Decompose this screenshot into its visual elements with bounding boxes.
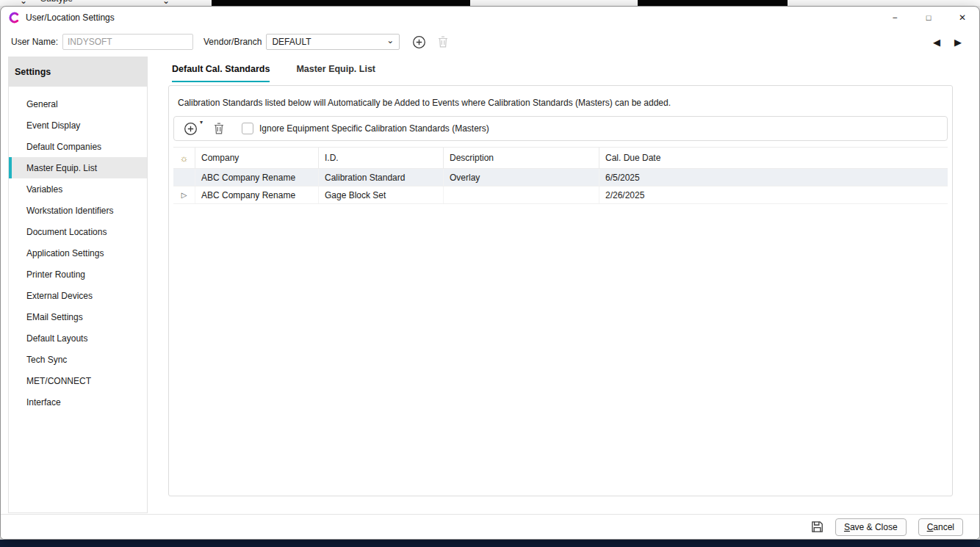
close-button[interactable]: ✕	[945, 7, 979, 29]
sidebar-item-label: Default Companies	[26, 142, 101, 152]
nav-next-button[interactable]: ▶	[954, 37, 962, 48]
background-window-strip: ⌄ Subtype ⌄	[0, 0, 980, 6]
cell-description	[444, 186, 599, 203]
sidebar-item-master-equip-list[interactable]: Master Equip. List	[9, 157, 147, 178]
floppy-disk-icon	[811, 521, 824, 533]
screen: ⌄ Subtype ⌄ User/Location Settings −	[0, 0, 980, 547]
sidebar-items: General Event Display Default Companies …	[9, 93, 147, 413]
chevron-down-icon: ⌄	[162, 0, 170, 6]
cancel-button[interactable]: Cancel	[918, 518, 963, 536]
sidebar-item-label: Workstation Identifiers	[26, 206, 114, 216]
topbar: User Name: Vendor/Branch DEFAULT ⌄ ◀	[1, 29, 979, 55]
footer: Save & Close Cancel	[1, 514, 979, 539]
sidebar-item-application-settings[interactable]: Application Settings	[9, 242, 147, 264]
sidebar-item-label: General	[26, 99, 58, 109]
save-and-close-button[interactable]: Save & Close	[835, 518, 907, 536]
sidebar-item-label: Application Settings	[26, 248, 104, 258]
plus-circle-icon	[412, 35, 426, 49]
trash-icon	[438, 36, 448, 48]
record-navigation: ◀ ▶	[933, 37, 968, 48]
sidebar-item-label: MET/CONNECT	[26, 376, 91, 386]
user-name-label: User Name:	[11, 37, 58, 47]
vendor-branch-value: DEFAULT	[272, 37, 311, 47]
cell-company: ABC Company Rename	[195, 186, 319, 203]
save-and-close-label: Save & Close	[844, 522, 898, 532]
dropdown-caret-icon: ▾	[200, 119, 203, 126]
table-body: ABC Company Rename Calibration Standard …	[173, 169, 948, 204]
chevron-down-icon: ⌄	[20, 0, 27, 6]
sun-icon: ☼	[173, 148, 195, 168]
panel-description: Calibration Standards listed below will …	[178, 98, 943, 108]
sidebar-item-external-devices[interactable]: External Devices	[9, 285, 147, 306]
cell-id: Gage Block Set	[319, 186, 444, 203]
column-header-description[interactable]: Description	[444, 148, 599, 168]
sidebar-item-event-display[interactable]: Event Display	[9, 115, 147, 136]
ignore-equipment-specific-checkbox[interactable]	[242, 123, 253, 134]
cell-description: Overlay	[444, 169, 599, 186]
cal-standards-panel: Calibration Standards listed below will …	[168, 85, 953, 496]
vendor-branch-label: Vendor/Branch	[203, 37, 262, 47]
content-area: Default Cal. Standards Master Equip. Lis…	[148, 55, 953, 514]
vendor-branch-select[interactable]: DEFAULT ⌄	[266, 34, 400, 50]
sidebar-item-general[interactable]: General	[9, 93, 147, 115]
sidebar-item-default-layouts[interactable]: Default Layouts	[9, 327, 147, 349]
table-row[interactable]: ABC Company Rename Calibration Standard …	[173, 169, 948, 186]
user-name-input[interactable]	[62, 34, 193, 50]
sidebar-item-label: Tech Sync	[26, 355, 67, 365]
app-logo-icon	[8, 12, 20, 23]
column-header-id[interactable]: I.D.	[319, 148, 444, 168]
sidebar-item-printer-routing[interactable]: Printer Routing	[9, 264, 147, 285]
save-button[interactable]	[811, 521, 824, 533]
sidebar-item-workstation-identifiers[interactable]: Workstation Identifiers	[9, 200, 147, 221]
sidebar-header: Settings	[9, 57, 147, 87]
expand-row-icon[interactable]: ▷	[173, 186, 195, 203]
tab-default-cal-standards[interactable]: Default Cal. Standards	[172, 64, 270, 82]
ignore-equipment-specific-label: Ignore Equipment Specific Calibration St…	[259, 123, 489, 134]
taskbar-strip	[0, 540, 980, 547]
main-area: Settings General Event Display Default C…	[1, 55, 979, 514]
sidebar-item-email-settings[interactable]: EMail Settings	[9, 306, 147, 327]
cell-cal-due-date: 6/5/2025	[599, 169, 948, 186]
cancel-label: Cancel	[927, 522, 954, 532]
add-vendor-button[interactable]	[412, 35, 426, 49]
panel-toolbar: ▾ Ignore Equipment Specific Calibration …	[173, 116, 948, 141]
delete-standard-button[interactable]	[214, 123, 224, 134]
row-indicator-cell	[173, 169, 195, 186]
sidebar-item-label: Master Equip. List	[26, 163, 97, 173]
column-header-cal-due-date[interactable]: Cal. Due Date	[599, 148, 948, 168]
table-row[interactable]: ▷ ABC Company Rename Gage Block Set 2/26…	[173, 186, 948, 204]
cell-company: ABC Company Rename	[195, 169, 319, 186]
window-title: User/Location Settings	[26, 12, 878, 23]
sidebar-item-document-locations[interactable]: Document Locations	[9, 221, 147, 242]
tab-bar: Default Cal. Standards Master Equip. Lis…	[172, 64, 953, 82]
column-header-company[interactable]: Company	[195, 148, 319, 168]
cell-id: Calibration Standard	[319, 169, 444, 186]
add-standard-button[interactable]: ▾	[184, 122, 198, 136]
background-black-field	[212, 0, 470, 6]
trash-icon	[214, 123, 224, 134]
sidebar-item-label: Variables	[26, 184, 62, 195]
settings-sidebar: Settings General Event Display Default C…	[8, 57, 148, 513]
chevron-down-icon: ⌄	[386, 37, 394, 43]
cell-cal-due-date: 2/26/2025	[599, 186, 948, 203]
tab-master-equip-list[interactable]: Master Equip. List	[296, 64, 375, 82]
nav-previous-button[interactable]: ◀	[933, 37, 940, 48]
titlebar: User/Location Settings − □ ✕	[1, 7, 979, 29]
sidebar-item-label: EMail Settings	[26, 312, 83, 322]
standards-table: ☼ Company I.D. Description Cal. Due Date…	[173, 147, 948, 204]
background-subtype-label: Subtype	[40, 0, 73, 4]
sidebar-item-label: External Devices	[26, 291, 93, 301]
maximize-button[interactable]: □	[912, 7, 945, 29]
sidebar-item-interface[interactable]: Interface	[9, 391, 147, 413]
delete-vendor-button[interactable]	[438, 36, 448, 48]
sidebar-item-label: Printer Routing	[26, 269, 85, 280]
sidebar-item-met-connect[interactable]: MET/CONNECT	[9, 370, 147, 391]
sidebar-item-variables[interactable]: Variables	[9, 178, 147, 200]
minimize-button[interactable]: −	[878, 7, 912, 29]
sidebar-item-tech-sync[interactable]: Tech Sync	[9, 349, 147, 370]
sidebar-item-label: Document Locations	[26, 227, 107, 237]
table-header-row: ☼ Company I.D. Description Cal. Due Date	[173, 147, 948, 169]
sidebar-item-default-companies[interactable]: Default Companies	[9, 136, 147, 157]
sidebar-item-label: Default Layouts	[26, 333, 87, 344]
sidebar-item-label: Event Display	[26, 120, 80, 131]
